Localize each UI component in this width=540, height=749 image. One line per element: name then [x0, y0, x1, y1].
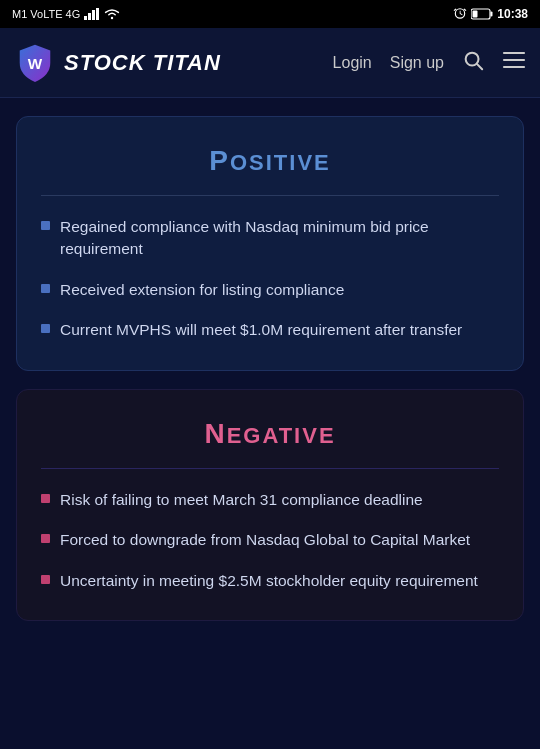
time-text: 10:38 — [497, 7, 528, 21]
negative-divider — [41, 468, 499, 469]
bullet-icon — [41, 575, 50, 584]
svg-rect-0 — [84, 16, 87, 20]
negative-item-3: Uncertainty in meeting $2.5M stockholder… — [60, 570, 478, 592]
logo-icon: W — [14, 42, 56, 84]
list-item: Regained compliance with Nasdaq minimum … — [41, 216, 499, 261]
svg-line-10 — [477, 64, 482, 69]
search-icon[interactable] — [462, 49, 484, 76]
bullet-icon — [41, 221, 50, 230]
navbar: W STOCK TITAN Login Sign up — [0, 28, 540, 98]
positive-item-2: Received extension for listing complianc… — [60, 279, 344, 301]
negative-bullet-list: Risk of failing to meet March 31 complia… — [41, 489, 499, 592]
logo-area: W STOCK TITAN — [14, 42, 333, 84]
svg-rect-3 — [96, 8, 99, 20]
status-right: 10:38 — [453, 7, 528, 21]
bullet-icon — [41, 494, 50, 503]
wifi-icon — [104, 8, 120, 20]
signal-icon — [84, 8, 100, 20]
positive-divider — [41, 195, 499, 196]
positive-bullet-list: Regained compliance with Nasdaq minimum … — [41, 216, 499, 342]
signup-link[interactable]: Sign up — [390, 54, 444, 72]
svg-rect-6 — [491, 12, 493, 17]
list-item: Risk of failing to meet March 31 complia… — [41, 489, 499, 511]
list-item: Current MVPHS will meet $1.0M requiremen… — [41, 319, 499, 341]
negative-title-rest: EGATIVE — [227, 423, 336, 448]
positive-item-3: Current MVPHS will meet $1.0M requiremen… — [60, 319, 462, 341]
status-bar: M1 VoLTE 4G 10:38 — [0, 0, 540, 28]
svg-rect-7 — [473, 11, 478, 18]
carrier-text: M1 VoLTE 4G — [12, 8, 80, 20]
alarm-icon — [453, 7, 467, 21]
svg-text:W: W — [28, 54, 43, 71]
negative-card: NEGATIVE Risk of failing to meet March 3… — [16, 389, 524, 621]
battery-icon — [471, 8, 493, 20]
main-content: POSITIVE Regained compliance with Nasdaq… — [0, 116, 540, 663]
bullet-icon — [41, 534, 50, 543]
svg-rect-2 — [92, 10, 95, 20]
list-item: Uncertainty in meeting $2.5M stockholder… — [41, 570, 499, 592]
positive-item-1: Regained compliance with Nasdaq minimum … — [60, 216, 499, 261]
bullet-icon — [41, 324, 50, 333]
menu-icon[interactable] — [502, 49, 526, 76]
status-left: M1 VoLTE 4G — [12, 8, 120, 20]
positive-card: POSITIVE Regained compliance with Nasdaq… — [16, 116, 524, 371]
positive-title: POSITIVE — [41, 145, 499, 177]
nav-links: Login Sign up — [333, 49, 526, 76]
login-link[interactable]: Login — [333, 54, 372, 72]
negative-title-cap: N — [204, 418, 226, 449]
negative-title: NEGATIVE — [41, 418, 499, 450]
list-item: Forced to downgrade from Nasdaq Global t… — [41, 529, 499, 551]
negative-item-2: Forced to downgrade from Nasdaq Global t… — [60, 529, 470, 551]
positive-title-rest: OSITIVE — [230, 150, 331, 175]
negative-item-1: Risk of failing to meet March 31 complia… — [60, 489, 423, 511]
svg-rect-1 — [88, 13, 91, 20]
svg-point-4 — [111, 17, 113, 19]
logo-text: STOCK TITAN — [64, 50, 221, 76]
list-item: Received extension for listing complianc… — [41, 279, 499, 301]
bullet-icon — [41, 284, 50, 293]
positive-title-cap: P — [209, 145, 230, 176]
